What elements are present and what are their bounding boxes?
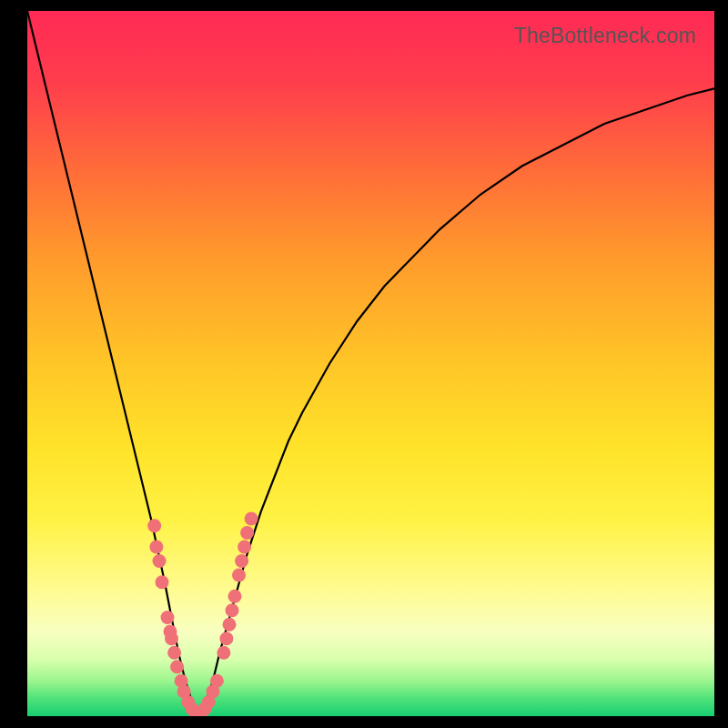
marker-dot (170, 660, 184, 673)
marker-dot (238, 541, 251, 554)
marker-dot (245, 512, 258, 526)
marker-dot (226, 603, 239, 617)
marker-dot (156, 575, 169, 589)
marker-dot (165, 632, 178, 645)
marker-dot (217, 646, 230, 660)
marker-dot (167, 646, 181, 660)
marker-group (147, 512, 258, 717)
marker-dot (232, 569, 246, 582)
marker-dot (210, 674, 224, 688)
marker-dot (153, 554, 167, 568)
watermark-text: TheBottleneck.com (514, 24, 696, 48)
marker-dot (240, 526, 254, 540)
marker-dot (219, 632, 233, 645)
marker-dot (147, 519, 161, 532)
curve-svg (27, 11, 714, 716)
marker-dot (235, 554, 248, 568)
marker-dot (228, 590, 242, 603)
bottleneck-curve (27, 11, 714, 716)
marker-dot (149, 541, 163, 554)
chart-frame: TheBottleneck.com (0, 0, 728, 728)
marker-dot (161, 611, 175, 624)
marker-dot (223, 618, 237, 632)
plot-area: TheBottleneck.com (27, 11, 714, 716)
